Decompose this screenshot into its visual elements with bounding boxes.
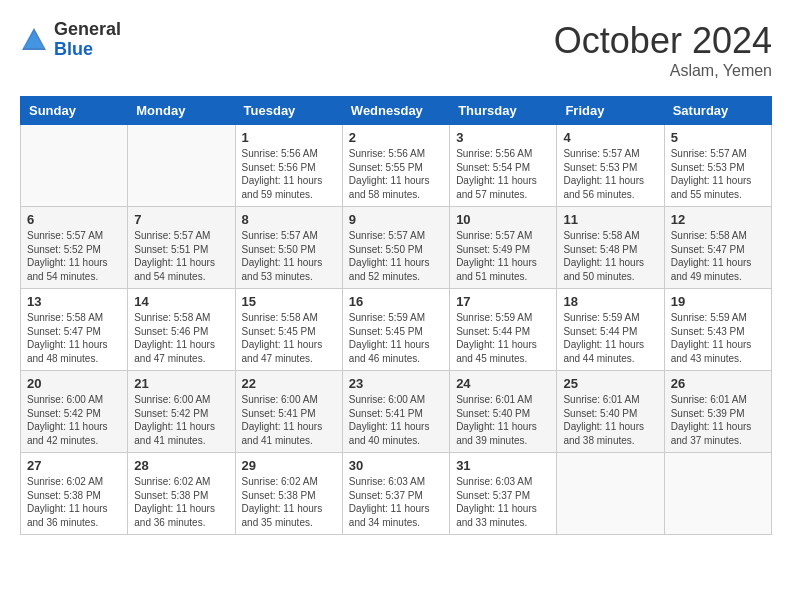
cell-info: Sunrise: 6:01 AM Sunset: 5:39 PM Dayligh… xyxy=(671,393,765,447)
cell-info: Sunrise: 5:57 AM Sunset: 5:50 PM Dayligh… xyxy=(242,229,336,283)
day-number: 22 xyxy=(242,376,336,391)
cell-info: Sunrise: 5:57 AM Sunset: 5:53 PM Dayligh… xyxy=(563,147,657,201)
table-row: 29Sunrise: 6:02 AM Sunset: 5:38 PM Dayli… xyxy=(235,453,342,535)
cell-info: Sunrise: 6:00 AM Sunset: 5:41 PM Dayligh… xyxy=(242,393,336,447)
table-row: 18Sunrise: 5:59 AM Sunset: 5:44 PM Dayli… xyxy=(557,289,664,371)
cell-info: Sunrise: 5:58 AM Sunset: 5:48 PM Dayligh… xyxy=(563,229,657,283)
table-row: 31Sunrise: 6:03 AM Sunset: 5:37 PM Dayli… xyxy=(450,453,557,535)
col-saturday: Saturday xyxy=(664,97,771,125)
day-number: 7 xyxy=(134,212,228,227)
calendar-header-row: Sunday Monday Tuesday Wednesday Thursday… xyxy=(21,97,772,125)
cell-info: Sunrise: 5:56 AM Sunset: 5:54 PM Dayligh… xyxy=(456,147,550,201)
table-row: 27Sunrise: 6:02 AM Sunset: 5:38 PM Dayli… xyxy=(21,453,128,535)
logo-general: General xyxy=(54,19,121,39)
col-friday: Friday xyxy=(557,97,664,125)
cell-info: Sunrise: 5:59 AM Sunset: 5:45 PM Dayligh… xyxy=(349,311,443,365)
table-row: 9Sunrise: 5:57 AM Sunset: 5:50 PM Daylig… xyxy=(342,207,449,289)
day-number: 29 xyxy=(242,458,336,473)
svg-marker-1 xyxy=(24,32,44,48)
col-wednesday: Wednesday xyxy=(342,97,449,125)
table-row xyxy=(557,453,664,535)
calendar-week-row: 1Sunrise: 5:56 AM Sunset: 5:56 PM Daylig… xyxy=(21,125,772,207)
day-number: 30 xyxy=(349,458,443,473)
day-number: 6 xyxy=(27,212,121,227)
day-number: 19 xyxy=(671,294,765,309)
day-number: 10 xyxy=(456,212,550,227)
table-row: 7Sunrise: 5:57 AM Sunset: 5:51 PM Daylig… xyxy=(128,207,235,289)
table-row: 3Sunrise: 5:56 AM Sunset: 5:54 PM Daylig… xyxy=(450,125,557,207)
col-thursday: Thursday xyxy=(450,97,557,125)
day-number: 2 xyxy=(349,130,443,145)
table-row: 30Sunrise: 6:03 AM Sunset: 5:37 PM Dayli… xyxy=(342,453,449,535)
cell-info: Sunrise: 5:58 AM Sunset: 5:45 PM Dayligh… xyxy=(242,311,336,365)
table-row xyxy=(128,125,235,207)
month-title: October 2024 xyxy=(554,20,772,62)
day-number: 24 xyxy=(456,376,550,391)
cell-info: Sunrise: 5:57 AM Sunset: 5:52 PM Dayligh… xyxy=(27,229,121,283)
day-number: 3 xyxy=(456,130,550,145)
table-row: 21Sunrise: 6:00 AM Sunset: 5:42 PM Dayli… xyxy=(128,371,235,453)
cell-info: Sunrise: 6:02 AM Sunset: 5:38 PM Dayligh… xyxy=(134,475,228,529)
table-row: 15Sunrise: 5:58 AM Sunset: 5:45 PM Dayli… xyxy=(235,289,342,371)
cell-info: Sunrise: 5:58 AM Sunset: 5:47 PM Dayligh… xyxy=(671,229,765,283)
table-row: 1Sunrise: 5:56 AM Sunset: 5:56 PM Daylig… xyxy=(235,125,342,207)
day-number: 21 xyxy=(134,376,228,391)
logo: General Blue xyxy=(20,20,121,60)
table-row: 25Sunrise: 6:01 AM Sunset: 5:40 PM Dayli… xyxy=(557,371,664,453)
cell-info: Sunrise: 5:59 AM Sunset: 5:43 PM Dayligh… xyxy=(671,311,765,365)
col-tuesday: Tuesday xyxy=(235,97,342,125)
table-row: 6Sunrise: 5:57 AM Sunset: 5:52 PM Daylig… xyxy=(21,207,128,289)
table-row: 8Sunrise: 5:57 AM Sunset: 5:50 PM Daylig… xyxy=(235,207,342,289)
day-number: 23 xyxy=(349,376,443,391)
table-row: 22Sunrise: 6:00 AM Sunset: 5:41 PM Dayli… xyxy=(235,371,342,453)
day-number: 18 xyxy=(563,294,657,309)
day-number: 11 xyxy=(563,212,657,227)
day-number: 20 xyxy=(27,376,121,391)
calendar-week-row: 20Sunrise: 6:00 AM Sunset: 5:42 PM Dayli… xyxy=(21,371,772,453)
col-sunday: Sunday xyxy=(21,97,128,125)
table-row: 2Sunrise: 5:56 AM Sunset: 5:55 PM Daylig… xyxy=(342,125,449,207)
logo-text: General Blue xyxy=(54,20,121,60)
table-row: 17Sunrise: 5:59 AM Sunset: 5:44 PM Dayli… xyxy=(450,289,557,371)
day-number: 28 xyxy=(134,458,228,473)
cell-info: Sunrise: 6:00 AM Sunset: 5:42 PM Dayligh… xyxy=(27,393,121,447)
cell-info: Sunrise: 5:57 AM Sunset: 5:50 PM Dayligh… xyxy=(349,229,443,283)
table-row: 13Sunrise: 5:58 AM Sunset: 5:47 PM Dayli… xyxy=(21,289,128,371)
cell-info: Sunrise: 6:00 AM Sunset: 5:42 PM Dayligh… xyxy=(134,393,228,447)
cell-info: Sunrise: 5:58 AM Sunset: 5:46 PM Dayligh… xyxy=(134,311,228,365)
location: Aslam, Yemen xyxy=(554,62,772,80)
table-row: 12Sunrise: 5:58 AM Sunset: 5:47 PM Dayli… xyxy=(664,207,771,289)
day-number: 4 xyxy=(563,130,657,145)
day-number: 31 xyxy=(456,458,550,473)
table-row: 10Sunrise: 5:57 AM Sunset: 5:49 PM Dayli… xyxy=(450,207,557,289)
day-number: 27 xyxy=(27,458,121,473)
table-row: 16Sunrise: 5:59 AM Sunset: 5:45 PM Dayli… xyxy=(342,289,449,371)
cell-info: Sunrise: 5:56 AM Sunset: 5:55 PM Dayligh… xyxy=(349,147,443,201)
calendar-week-row: 6Sunrise: 5:57 AM Sunset: 5:52 PM Daylig… xyxy=(21,207,772,289)
day-number: 8 xyxy=(242,212,336,227)
col-monday: Monday xyxy=(128,97,235,125)
logo-icon xyxy=(20,26,48,54)
cell-info: Sunrise: 6:03 AM Sunset: 5:37 PM Dayligh… xyxy=(349,475,443,529)
day-number: 1 xyxy=(242,130,336,145)
table-row: 26Sunrise: 6:01 AM Sunset: 5:39 PM Dayli… xyxy=(664,371,771,453)
table-row: 20Sunrise: 6:00 AM Sunset: 5:42 PM Dayli… xyxy=(21,371,128,453)
cell-info: Sunrise: 6:01 AM Sunset: 5:40 PM Dayligh… xyxy=(456,393,550,447)
table-row: 24Sunrise: 6:01 AM Sunset: 5:40 PM Dayli… xyxy=(450,371,557,453)
day-number: 25 xyxy=(563,376,657,391)
cell-info: Sunrise: 5:58 AM Sunset: 5:47 PM Dayligh… xyxy=(27,311,121,365)
calendar: Sunday Monday Tuesday Wednesday Thursday… xyxy=(20,96,772,535)
day-number: 5 xyxy=(671,130,765,145)
table-row: 5Sunrise: 5:57 AM Sunset: 5:53 PM Daylig… xyxy=(664,125,771,207)
cell-info: Sunrise: 5:57 AM Sunset: 5:51 PM Dayligh… xyxy=(134,229,228,283)
cell-info: Sunrise: 5:59 AM Sunset: 5:44 PM Dayligh… xyxy=(456,311,550,365)
cell-info: Sunrise: 6:02 AM Sunset: 5:38 PM Dayligh… xyxy=(27,475,121,529)
title-block: October 2024 Aslam, Yemen xyxy=(554,20,772,80)
table-row: 28Sunrise: 6:02 AM Sunset: 5:38 PM Dayli… xyxy=(128,453,235,535)
cell-info: Sunrise: 5:57 AM Sunset: 5:49 PM Dayligh… xyxy=(456,229,550,283)
cell-info: Sunrise: 5:56 AM Sunset: 5:56 PM Dayligh… xyxy=(242,147,336,201)
day-number: 16 xyxy=(349,294,443,309)
day-number: 14 xyxy=(134,294,228,309)
day-number: 26 xyxy=(671,376,765,391)
cell-info: Sunrise: 6:00 AM Sunset: 5:41 PM Dayligh… xyxy=(349,393,443,447)
